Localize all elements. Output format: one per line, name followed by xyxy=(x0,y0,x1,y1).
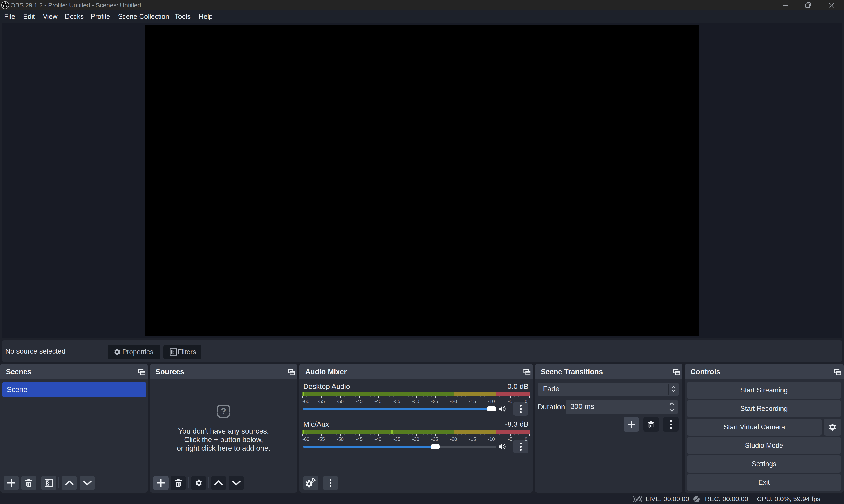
svg-text:?: ? xyxy=(221,406,226,416)
